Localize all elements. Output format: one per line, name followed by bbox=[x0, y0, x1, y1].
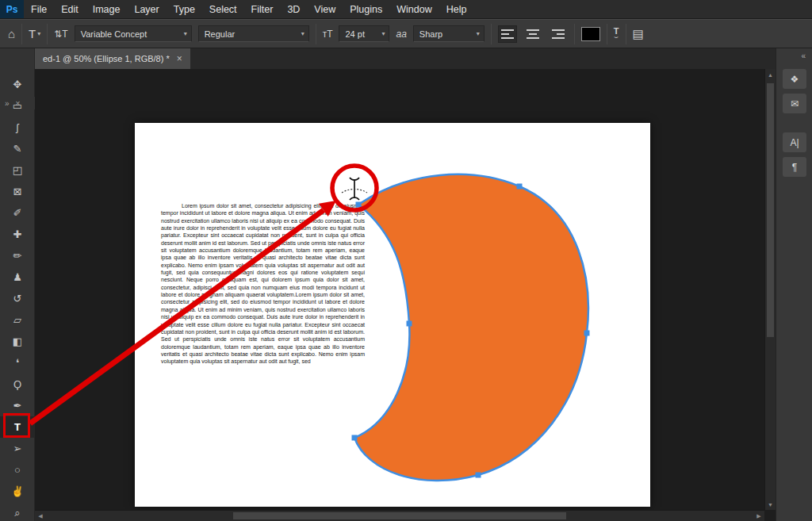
move-tool[interactable]: ✥ bbox=[0, 74, 35, 95]
gradient-tool[interactable]: ◧ bbox=[0, 331, 35, 352]
color-swatch[interactable] bbox=[581, 27, 600, 41]
font-family-select[interactable]: Variable Concept ▾ bbox=[75, 25, 192, 42]
rectangular-marquee-tool[interactable]: ▭ bbox=[0, 95, 35, 117]
pen-tool[interactable]: ✒ bbox=[0, 395, 35, 416]
hand-tool-icon: ✌ bbox=[11, 485, 24, 497]
separator bbox=[316, 24, 316, 44]
chevron-down-icon: ▾ bbox=[477, 30, 480, 37]
path-selection-tool-icon: ➢ bbox=[13, 442, 22, 454]
vertical-scrollbar: ▲ ▼ bbox=[764, 69, 776, 510]
frame-tool[interactable]: ⊠ bbox=[0, 181, 35, 202]
menu-item-3d[interactable]: 3D bbox=[280, 0, 307, 18]
home-icon[interactable]: ⌂ bbox=[8, 28, 15, 40]
warp-text-button[interactable]: T ⌣ bbox=[614, 29, 619, 40]
eyedropper-tool-icon: ✐ bbox=[13, 207, 22, 219]
document-tab-title: ed-1 @ 50% (Ellipse 1, RGB/8) * bbox=[43, 54, 170, 63]
anti-alias-select[interactable]: Sharp ▾ bbox=[413, 25, 485, 42]
clone-stamp-tool[interactable]: ♟ bbox=[0, 266, 35, 288]
align-left-button[interactable] bbox=[498, 25, 517, 43]
chevron-down-icon: ▾ bbox=[184, 30, 187, 37]
menu-item-help[interactable]: Help bbox=[439, 0, 474, 18]
menu-item-edit[interactable]: Edit bbox=[54, 0, 86, 18]
comments-button[interactable]: ✉ bbox=[783, 94, 806, 113]
blur-tool[interactable]: ❛ bbox=[0, 352, 35, 374]
collapse-panels-icon[interactable]: « bbox=[801, 52, 806, 60]
lasso-tool[interactable]: ʃ bbox=[0, 117, 35, 138]
menu-item-select[interactable]: Select bbox=[202, 0, 244, 18]
menu-item-filter[interactable]: Filter bbox=[244, 0, 281, 18]
crop-tool[interactable]: ◰ bbox=[0, 159, 35, 181]
history-brush-tool-icon: ↺ bbox=[13, 293, 22, 305]
font-style-value: Regular bbox=[205, 29, 236, 39]
frame-tool-icon: ⊠ bbox=[13, 186, 22, 197]
right-panel-rail: « ❖✉A|¶ bbox=[776, 48, 812, 521]
photoshop-logo[interactable]: Ps bbox=[0, 0, 24, 18]
horizontal-scroll-thumb[interactable] bbox=[233, 512, 566, 519]
canvas-workspace[interactable]: Lorem ipsum dolor sit amet, consectetur … bbox=[35, 69, 764, 510]
dodge-tool[interactable]: Ϙ bbox=[0, 374, 35, 395]
menu-item-image[interactable]: Image bbox=[86, 0, 128, 18]
scroll-left-icon[interactable]: ◀ bbox=[35, 511, 46, 521]
hand-tool[interactable]: ✌ bbox=[0, 481, 35, 502]
scroll-right-icon[interactable]: ▶ bbox=[753, 511, 764, 521]
font-size-select[interactable]: 24 pt ▾ bbox=[339, 25, 389, 42]
gradient-tool-icon: ◧ bbox=[13, 335, 22, 347]
type-tool-preset-icon: T bbox=[29, 28, 36, 40]
eyedropper-tool[interactable]: ✐ bbox=[0, 202, 35, 224]
separator bbox=[491, 24, 492, 44]
align-center-icon bbox=[527, 29, 539, 39]
toggle-text-orientation-icon[interactable]: ⇅T bbox=[54, 29, 67, 39]
anti-alias-icon: aa bbox=[396, 29, 406, 39]
chevron-down-icon: ▾ bbox=[37, 30, 40, 37]
menu-items: FileEditImageLayerTypeSelectFilter3DView… bbox=[24, 0, 473, 18]
blur-tool-icon: ❛ bbox=[16, 357, 19, 369]
chevron-down-icon: ▾ bbox=[301, 30, 304, 37]
menu-item-file[interactable]: File bbox=[24, 0, 54, 18]
menu-item-type[interactable]: Type bbox=[167, 0, 202, 18]
lasso-tool-icon: ʃ bbox=[17, 121, 19, 133]
character-panel-button[interactable]: A| bbox=[783, 132, 806, 152]
warp-arc-icon: ⌣ bbox=[614, 34, 619, 40]
document-page[interactable]: Lorem ipsum dolor sit amet, consectetur … bbox=[135, 123, 650, 507]
eraser-tool[interactable]: ▱ bbox=[0, 309, 35, 331]
toggle-panels-icon[interactable]: ▤ bbox=[633, 28, 644, 40]
history-brush-tool[interactable]: ↺ bbox=[0, 288, 35, 309]
brush-tool[interactable]: ✏ bbox=[0, 245, 35, 266]
tool-list: ✥▭ʃ✎◰⊠✐✚✏♟↺▱◧❛Ϙ✒T➢○✌⌕ bbox=[0, 74, 35, 521]
vertical-scroll-thumb[interactable] bbox=[767, 83, 774, 337]
anti-alias-value: Sharp bbox=[419, 29, 442, 39]
close-tab-icon[interactable]: × bbox=[177, 53, 182, 64]
path-selection-tool[interactable]: ➢ bbox=[0, 438, 35, 459]
font-style-select[interactable]: Regular ▾ bbox=[198, 25, 309, 42]
align-center-button[interactable] bbox=[523, 25, 542, 43]
scroll-down-icon[interactable]: ▼ bbox=[765, 499, 776, 510]
dodge-tool-icon: Ϙ bbox=[13, 378, 21, 390]
tool-preset-picker[interactable]: T ▾ bbox=[29, 28, 40, 40]
workspace-panels-icon: ❖ bbox=[791, 74, 799, 85]
workspace-panels-button[interactable]: ❖ bbox=[783, 69, 806, 89]
scroll-up-icon[interactable]: ▲ bbox=[765, 69, 776, 80]
font-size-value: 24 pt bbox=[345, 29, 364, 39]
paragraph-text-block: Lorem ipsum dolor sit amet, consectetur … bbox=[161, 202, 365, 366]
font-family-value: Variable Concept bbox=[81, 29, 147, 39]
ellipse-tool[interactable]: ○ bbox=[0, 459, 35, 481]
menu-item-plugins[interactable]: Plugins bbox=[343, 0, 389, 18]
document-tab[interactable]: ed-1 @ 50% (Ellipse 1, RGB/8) * × bbox=[35, 48, 190, 69]
ellipse-tool-icon: ○ bbox=[14, 464, 21, 476]
horizontal-type-tool[interactable]: T bbox=[0, 416, 35, 438]
font-size-icon: тT bbox=[323, 29, 333, 39]
paragraph-panel-button[interactable]: ¶ bbox=[783, 157, 806, 177]
crop-tool-icon: ◰ bbox=[13, 164, 22, 176]
horizontal-scrollbar: ◀ ▶ bbox=[35, 510, 764, 521]
clone-stamp-tool-icon: ♟ bbox=[13, 271, 22, 283]
menu-item-layer[interactable]: Layer bbox=[127, 0, 166, 18]
menu-item-view[interactable]: View bbox=[307, 0, 343, 18]
healing-brush-tool[interactable]: ✚ bbox=[0, 224, 35, 245]
comments-icon: ✉ bbox=[791, 98, 799, 109]
menu-item-window[interactable]: Window bbox=[389, 0, 439, 18]
zoom-tool[interactable]: ⌕ bbox=[0, 502, 35, 521]
align-right-button[interactable] bbox=[549, 25, 568, 43]
menu-bar: Ps FileEditImageLayerTypeSelectFilter3DV… bbox=[0, 0, 812, 19]
rectangular-marquee-tool-icon: ▭ bbox=[13, 100, 22, 112]
quick-selection-tool[interactable]: ✎ bbox=[0, 138, 35, 159]
